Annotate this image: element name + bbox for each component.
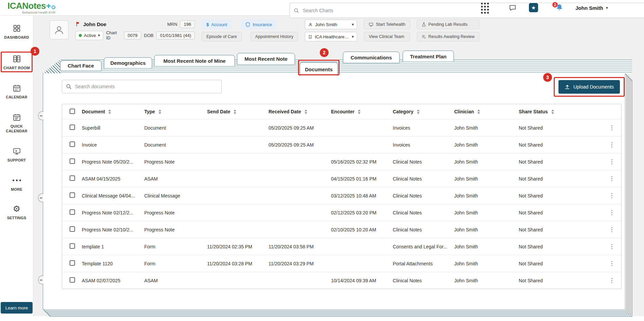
row-checkbox[interactable] [70,209,75,215]
appointment-history-button[interactable]: Appointment History [251,32,298,41]
learn-more-button[interactable]: Learn more [1,302,33,314]
cell-type: Form [144,261,207,266]
star-box-icon[interactable]: ★ [529,3,538,12]
side-pull-tab[interactable] [38,111,43,120]
view-clinical-team-button[interactable]: View Clinical Team [364,32,410,41]
cell-document: Progress Note 02/12/2... [82,210,144,215]
row-menu-kebab-icon[interactable]: ⋮ [609,176,615,182]
row-menu-kebab-icon[interactable]: ⋮ [609,210,615,215]
column-header-received-date[interactable]: Received Date [269,109,331,114]
tab-most-recent-note-of-mine[interactable]: Most Recent Note of Mine [154,55,235,67]
episode-of-care-button[interactable]: Episode of Care [202,32,242,41]
sidebar-item-quick-calendar[interactable]: QUICK CALENDAR [1,113,32,134]
sort-icon[interactable] [358,110,361,114]
side-pull-tab[interactable] [38,276,43,284]
side-pull-tab[interactable] [38,193,43,202]
cell-document: Progress Note 05/20/2... [82,159,144,165]
sort-icon[interactable] [234,110,236,114]
account-button[interactable]: $ Account [202,20,232,29]
icanotes-logo[interactable]: ICANotes + Behavioral Health EHR [7,1,55,14]
sort-icon[interactable] [159,110,161,114]
row-menu-kebab-icon[interactable]: ⋮ [609,142,615,148]
cell-document: Clinical Message 04/04... [82,193,144,199]
insurance-button[interactable]: Insurance [241,20,277,29]
row-checkbox[interactable] [70,125,75,130]
results-awaiting-review-button[interactable]: Results Awaiting Review [417,32,479,41]
cell-encounter: 10/14/2024 09:39 AM [331,278,393,283]
sidebar-item-more[interactable]: MORE [1,176,32,192]
row-menu-kebab-icon[interactable]: ⋮ [609,278,615,283]
office-select[interactable]: ICA Healthcare Offi ▾ [305,32,357,41]
start-telehealth-button[interactable]: Start Telehealth [364,20,410,29]
flag-icon[interactable] [75,21,80,27]
notifications-bell-icon[interactable]: 2 [555,3,564,12]
chat-icon[interactable] [509,4,517,12]
select-all-checkbox[interactable] [70,109,75,114]
tab-communications[interactable]: Communications [343,52,400,63]
tab-documents[interactable]: 2 Documents [300,62,338,76]
sidebar-item-calendar[interactable]: CALENDAR [1,83,32,99]
sidebar-item-label: QUICK CALENDAR [1,124,32,134]
sort-icon[interactable] [305,110,307,114]
table-row[interactable]: ASAM 04/15/2025ASAM04/15/2025 01:16 PMCl… [62,170,621,187]
sort-icon[interactable] [477,110,480,114]
table-row[interactable]: Template 1120Form11/20/2024 03:28 PM11/2… [62,255,621,272]
row-menu-kebab-icon[interactable]: ⋮ [609,244,615,249]
row-checkbox[interactable] [70,192,75,198]
mrn-label: MRN [167,22,178,27]
dialpad-icon[interactable] [481,3,489,14]
tab-most-recent-note[interactable]: Most Recent Note [237,53,295,65]
tab-chart-face[interactable]: Chart Face [60,60,102,71]
column-header-category[interactable]: Category [393,109,454,114]
table-row[interactable]: SuperbillDocument05/20/2025 09:25 AMInvo… [62,119,621,136]
tab-treatment-plan[interactable]: Treatment Plan [403,51,454,62]
mrn-value: 196 [180,20,195,28]
column-header-share-status[interactable]: Share Status [519,109,605,114]
row-checkbox[interactable] [70,175,75,181]
column-header-encounter[interactable]: Encounter [331,109,393,114]
sidebar-item-dashboard[interactable]: DASHBOARD [1,24,32,40]
search-documents-input[interactable] [62,80,222,93]
sidebar-item-label: SETTINGS [7,215,26,220]
sidebar-item-chart-room[interactable]: 1 CHART ROOM [1,54,32,70]
table-row[interactable]: ASAM 02/07/2025ASAM10/14/2024 09:39 AMCl… [62,272,621,289]
table-row[interactable]: Progress Note 02/10/2...Progress Note02/… [62,221,621,238]
column-header-document[interactable]: Document [82,109,144,114]
row-checkbox[interactable] [70,226,75,232]
provider-select[interactable]: John Smith ▾ [305,20,357,29]
row-checkbox[interactable] [70,158,75,164]
table-row[interactable]: Clinical Message 04/04...Clinical Messag… [62,187,621,204]
sidebar-item-settings[interactable]: ⚙ SETTINGS [1,204,32,220]
sort-icon[interactable] [108,110,111,114]
upload-documents-button[interactable]: Upload Documents [558,80,620,94]
row-checkbox[interactable] [70,243,75,249]
cell-document: ASAM 04/15/2025 [82,176,144,182]
row-menu-kebab-icon[interactable]: ⋮ [609,159,615,165]
table-row[interactable]: Progress Note 05/20/2...Progress Note05/… [62,153,621,170]
row-checkbox[interactable] [70,141,75,147]
logo-subtitle: Behavioral Health EHR [7,11,55,14]
row-menu-kebab-icon[interactable]: ⋮ [609,261,615,266]
row-menu-kebab-icon[interactable]: ⋮ [609,227,615,232]
table-row[interactable]: Progress Note 02/12/2...Progress Note02/… [62,204,621,221]
pending-lab-results-button[interactable]: Pending Lab Results [417,20,479,29]
chart-id-label: Chart ID [106,30,121,40]
patient-header: John Doe MRN 196 Active ▾ Chart ID 0079 … [50,20,479,41]
row-menu-kebab-icon[interactable]: ⋮ [609,125,615,131]
column-header-send-date[interactable]: Send Date [207,109,269,114]
row-checkbox[interactable] [70,277,75,283]
documents-table: Document Type Send Date Received Date En… [62,104,622,289]
row-checkbox[interactable] [70,260,75,266]
patient-status-select[interactable]: Active ▾ [75,31,103,40]
stacked-sheet-corner [43,59,60,73]
table-row[interactable]: InvoiceDocument05/20/2025 09:25 AMInvoic… [62,136,621,153]
column-header-clinician[interactable]: Clinician [454,109,519,114]
row-menu-kebab-icon[interactable]: ⋮ [609,193,615,199]
table-row[interactable]: template 1Form11/20/2024 02:35 PM11/20/2… [62,238,621,255]
sort-icon[interactable] [417,110,420,114]
sidebar-item-support[interactable]: SUPPORT [1,147,32,163]
sort-icon[interactable] [551,110,554,114]
tab-demographics[interactable]: Demographics [104,57,152,69]
user-menu[interactable]: John Smith ▾ [575,0,608,16]
column-header-type[interactable]: Type [144,109,207,114]
